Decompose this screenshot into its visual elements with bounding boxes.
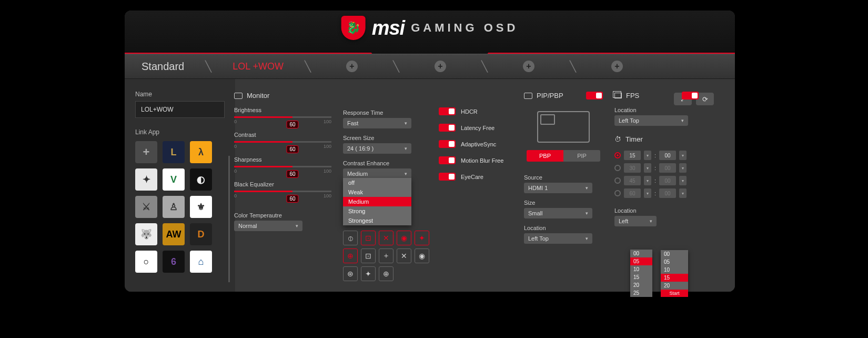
app-icon[interactable]: ⌂ <box>190 251 212 273</box>
pip-layout-preview[interactable] <box>537 111 590 143</box>
app-icon[interactable]: λ <box>190 141 212 163</box>
pip-toggle[interactable] <box>586 92 603 100</box>
chevron-down-icon[interactable]: ▾ <box>644 176 651 185</box>
motion-blur-toggle[interactable] <box>439 156 456 164</box>
timer-seconds[interactable]: 00 <box>659 151 676 160</box>
crosshair-opt[interactable]: ✦ <box>361 266 376 281</box>
black-equalizer-slider[interactable]: Black Equalizer 60 0100 <box>234 181 331 198</box>
eyecare-toggle[interactable] <box>439 173 456 181</box>
app-icon[interactable]: ⚔ <box>135 196 157 218</box>
timer-minutes[interactable]: 60 <box>624 188 641 198</box>
timer-location-select[interactable]: Left▾ <box>614 216 657 226</box>
tab-add-1[interactable]: + <box>315 54 389 78</box>
app-icon[interactable]: ○ <box>135 251 157 273</box>
crosshair-opt[interactable]: ◉ <box>397 231 411 245</box>
reset-button[interactable]: ⟳ <box>696 93 714 105</box>
color-temp-select[interactable]: Normal▾ <box>234 221 302 231</box>
response-time-select[interactable]: Fast▾ <box>343 118 411 128</box>
timer-minutes[interactable]: 15 <box>624 151 641 160</box>
hdcr-toggle[interactable] <box>439 107 456 115</box>
tab-add-4[interactable]: + <box>580 54 654 78</box>
app-icon[interactable]: 6 <box>163 251 185 273</box>
seg-pbp[interactable]: PBP <box>527 150 563 162</box>
crosshair-opt[interactable]: ⊡ <box>361 231 376 245</box>
dropdown-option-selected[interactable]: Medium <box>343 197 411 206</box>
contrast-enhance-dropdown[interactable]: off Weak Medium Strong Strongest <box>343 178 411 225</box>
dropdown-option[interactable]: 00 <box>630 250 652 257</box>
chevron-down-icon[interactable]: ▾ <box>679 176 687 185</box>
pip-source-select[interactable]: HDMI 1▾ <box>524 183 592 193</box>
app-icon[interactable]: L <box>163 141 185 163</box>
timer-radio[interactable] <box>614 165 621 171</box>
sharpness-slider[interactable]: Sharpness 60 0100 <box>234 156 331 174</box>
latency-free-toggle[interactable] <box>439 124 456 132</box>
crosshair-opt[interactable]: ◉ <box>415 248 429 263</box>
timer-start-button[interactable]: Start <box>661 290 688 297</box>
chevron-down-icon[interactable]: ▾ <box>679 188 687 198</box>
adaptive-sync-toggle[interactable] <box>439 140 456 148</box>
dropdown-option[interactable]: off <box>343 178 411 187</box>
dropdown-option[interactable]: 10 <box>661 266 688 274</box>
app-icon[interactable]: ⚜ <box>190 196 212 218</box>
dropdown-option-selected[interactable]: 05 <box>630 257 652 265</box>
scrollbar[interactable] <box>228 156 230 282</box>
chevron-down-icon[interactable]: ▾ <box>679 163 687 173</box>
crosshair-opt[interactable]: ✕ <box>397 248 411 263</box>
tab-active-profile[interactable]: LOL +WOW <box>216 54 300 78</box>
screen-size-select[interactable]: 24 ( 16:9 )▾ <box>343 143 411 154</box>
contrast-slider[interactable]: Contrast 60 0100 <box>234 132 331 149</box>
timer-radio[interactable] <box>614 152 621 158</box>
profile-name-input[interactable] <box>135 101 225 118</box>
timer-seconds[interactable]: 00 <box>659 176 676 185</box>
chevron-down-icon[interactable]: ▾ <box>644 151 651 160</box>
dropdown-option-selected[interactable]: 15 <box>661 274 688 282</box>
app-icon[interactable]: ✦ <box>135 168 157 191</box>
timer-minutes-dropdown[interactable]: 00 05 10 15 20 25 <box>630 250 652 297</box>
app-icon[interactable]: ◐ <box>190 168 212 191</box>
dropdown-option[interactable]: 25 <box>630 289 652 297</box>
dropdown-option[interactable]: 05 <box>661 258 688 266</box>
brightness-slider[interactable]: Brightness 60 0100 <box>234 107 331 124</box>
dropdown-option[interactable]: Weak <box>343 187 411 197</box>
fps-toggle[interactable] <box>682 92 699 100</box>
timer-radio[interactable] <box>614 190 621 196</box>
chevron-down-icon[interactable]: ▾ <box>679 151 687 160</box>
crosshair-opt[interactable]: ⊛ <box>343 266 358 281</box>
tab-add-3[interactable]: + <box>492 54 566 78</box>
app-icon[interactable]: V <box>163 168 185 191</box>
crosshair-opt[interactable]: ⊕ <box>343 248 358 263</box>
timer-seconds[interactable]: 00 <box>659 188 676 198</box>
pip-size-select[interactable]: Small▾ <box>524 208 592 218</box>
dropdown-option[interactable]: Strong <box>343 206 411 216</box>
chevron-down-icon[interactable]: ▾ <box>644 163 651 173</box>
chevron-down-icon[interactable]: ▾ <box>644 188 651 198</box>
dropdown-option[interactable]: 10 <box>630 265 652 273</box>
pip-location-select[interactable]: Left Top▾ <box>524 233 592 244</box>
timer-seconds-dropdown[interactable]: 00 05 10 15 20 Start <box>661 250 688 297</box>
crosshair-none[interactable]: ⦶ <box>343 231 358 245</box>
crosshair-opt[interactable]: ＋ <box>379 248 393 263</box>
add-app-button[interactable]: + <box>135 141 157 163</box>
app-icon[interactable]: 🐺 <box>135 223 157 245</box>
crosshair-opt[interactable]: ✦ <box>415 231 429 245</box>
app-icon[interactable]: D <box>190 223 212 245</box>
dropdown-option[interactable]: Strongest <box>343 216 411 225</box>
timer-seconds[interactable]: 00 <box>659 163 676 173</box>
tab-add-2[interactable]: + <box>403 54 477 78</box>
timer-minutes[interactable]: 45 <box>624 176 641 185</box>
dropdown-option[interactable]: 20 <box>661 282 688 290</box>
timer-minutes[interactable]: 30 <box>624 163 641 173</box>
seg-pip[interactable]: PIP <box>563 150 600 162</box>
crosshair-opt[interactable]: ✕ <box>379 231 393 245</box>
dropdown-option[interactable]: 00 <box>661 250 688 258</box>
tab-standard[interactable]: Standard <box>125 54 201 78</box>
app-icon[interactable]: AW <box>163 223 185 245</box>
dropdown-option[interactable]: 20 <box>630 281 652 289</box>
crosshair-opt[interactable]: ⊡ <box>361 248 376 263</box>
dropdown-option[interactable]: 15 <box>630 273 652 281</box>
app-icon[interactable]: ♙ <box>163 196 185 218</box>
crosshair-opt[interactable]: ⊕ <box>379 266 393 281</box>
timer-radio[interactable] <box>614 177 621 184</box>
contrast-enhance-select[interactable]: Medium▾ <box>343 168 411 179</box>
pbp-pip-segment[interactable]: PBP PIP <box>527 150 600 162</box>
